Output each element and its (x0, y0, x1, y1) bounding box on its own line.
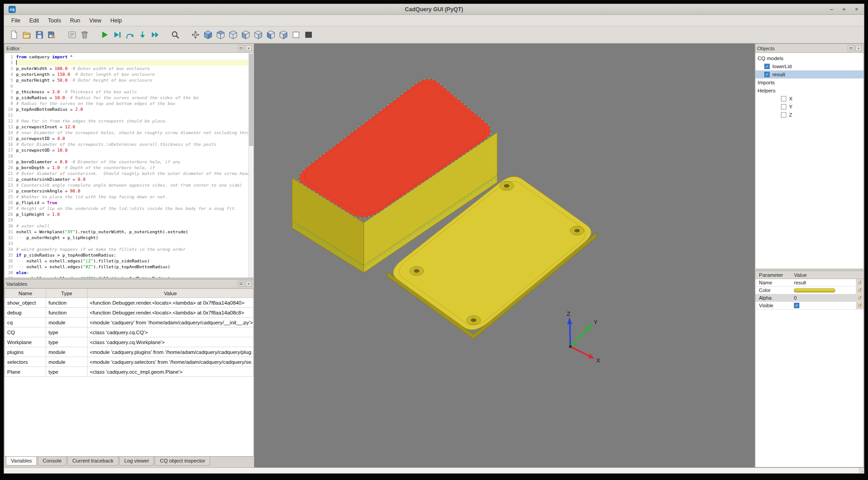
variable-row[interactable]: debugfunction<function Debugger.render.<… (5, 308, 254, 318)
code-line[interactable]: 7p_thickness = 3.0··# Thickness of the b… (4, 89, 254, 95)
column-header-value[interactable]: Value (88, 289, 254, 298)
minimize-button[interactable]: – (829, 6, 834, 13)
param-row-color[interactable]: Color ↺ (755, 287, 864, 294)
code-line[interactable]: 3p_outerWidth = 100.0··# Outer width of … (4, 65, 254, 71)
close-panel-button[interactable]: × (245, 281, 252, 287)
code-line[interactable]: 28p_lipHeight = 1.0 (4, 211, 254, 217)
step-button[interactable] (123, 29, 136, 41)
editor-scrollbar-thumb[interactable] (249, 54, 253, 146)
column-header-type[interactable]: Type (46, 289, 88, 298)
code-line[interactable]: 36····oshell = oshell.edges("|Z").fillet… (4, 258, 254, 264)
variable-row[interactable]: cqmodule<module 'cadquery' from '/home/a… (5, 318, 254, 327)
code-editor[interactable]: 1from cadquery import *23p_outerWidth = … (4, 53, 254, 278)
color-swatch[interactable] (794, 288, 835, 292)
variable-row[interactable]: CQtype<class 'cadquery.cq.CQ'> (5, 327, 254, 337)
tree-item-lowerlid[interactable]: lowerLid (755, 62, 864, 70)
param-row-visible[interactable]: Visible ↺ (755, 302, 864, 310)
code-line[interactable]: 34# weird geometry happens if we make th… (4, 246, 254, 252)
y-axis-checkbox[interactable] (781, 104, 786, 109)
bottom-view-button[interactable] (227, 29, 239, 41)
save-button[interactable] (33, 29, 45, 41)
front-view-button[interactable] (239, 29, 252, 41)
code-line[interactable]: 37····oshell = oshell.edges("#Z").fillet… (4, 264, 254, 270)
name-value[interactable]: result (794, 280, 856, 285)
close-panel-button[interactable]: × (855, 45, 862, 51)
right-view-button[interactable] (277, 29, 289, 41)
maximize-button[interactable]: + (841, 6, 847, 13)
code-line[interactable]: 18 (4, 153, 254, 159)
variable-row[interactable]: show_objectfunction<function Debugger.re… (5, 298, 254, 308)
variable-row[interactable]: pluginsmodule<module 'cadquery.plugins' … (5, 347, 254, 357)
tree-item-z[interactable]: Z (755, 111, 864, 119)
code-line[interactable]: 33 (4, 240, 254, 246)
code-line[interactable]: 12# How far in from the edges the screwp… (4, 118, 254, 124)
result-visibility-checkbox[interactable] (764, 72, 770, 77)
x-axis-checkbox[interactable] (781, 96, 786, 101)
code-line[interactable]: 2 (4, 60, 254, 65)
tab-console[interactable]: Console (38, 457, 66, 466)
code-line[interactable]: 22p_countersinkDiameter = 0.0 (4, 176, 254, 182)
float-panel-button[interactable] (238, 45, 244, 51)
code-line[interactable]: 14# nner Diameter of the screwpost holes… (4, 130, 254, 135)
code-line[interactable]: 4p_outerLength = 150.0··# Outer length o… (4, 71, 254, 77)
column-header-value[interactable]: Value (794, 272, 807, 278)
param-row-alpha[interactable]: Alpha 0 ↺ (755, 294, 864, 302)
float-panel-button[interactable] (848, 45, 854, 51)
resize-grip[interactable] (859, 468, 864, 473)
param-row-name[interactable]: Name result ↺ (755, 279, 864, 287)
variable-row[interactable]: selectorsmodule<module 'cadquery.selecto… (5, 357, 254, 367)
tree-group-helpers[interactable]: Helpers (755, 87, 864, 95)
tree-item-result[interactable]: result (755, 70, 864, 79)
menu-view[interactable]: View (85, 16, 106, 26)
code-line[interactable]: 10p_topAndBottomRadius = 2.0 (4, 106, 254, 112)
code-line[interactable]: 39····oshell = oshell.edges("#Z").fillet… (4, 275, 254, 278)
menu-tools[interactable]: Tools (44, 16, 66, 26)
close-button[interactable]: × (854, 6, 859, 13)
code-line[interactable]: 6 (4, 83, 254, 89)
code-line[interactable]: 23# Countersink angle (complete angle be… (4, 182, 254, 188)
render-button[interactable] (98, 29, 111, 41)
code-line[interactable]: 17p_screwpostOD = 10.0 (4, 147, 254, 153)
tab-variables[interactable]: Variables (6, 457, 37, 466)
float-panel-button[interactable] (238, 281, 244, 287)
variable-row[interactable]: Workplanetype<class 'cadquery.cq.Workpla… (5, 337, 254, 347)
code-line[interactable]: 5p_outerHeight = 50.0··# Outer height of… (4, 77, 254, 83)
zoom-button[interactable] (169, 29, 181, 41)
code-line[interactable]: 19p_boreDiameter = 8.0··# Diameter of th… (4, 159, 254, 165)
wireframe-button[interactable] (289, 29, 302, 41)
editor-scrollbar[interactable] (248, 53, 254, 278)
code-line[interactable]: 21# Outer diameter of countersink. Shoul… (4, 170, 254, 176)
menu-help[interactable]: Help (106, 16, 127, 26)
left-view-button[interactable] (264, 29, 277, 41)
code-line[interactable]: 35if p_sideRadius > p_topAndBottomRadius… (4, 252, 254, 258)
continue-button[interactable] (149, 29, 161, 41)
code-line[interactable]: 24p_countersinkAngle = 90.0 (4, 188, 254, 194)
menu-edit[interactable]: Edit (25, 16, 44, 26)
code-line[interactable]: 20p_boreDepth = 1.0··# Depth of the coun… (4, 165, 254, 170)
tab-cq-object-inspector[interactable]: CQ object inspector (155, 457, 210, 466)
shaded-button[interactable] (302, 29, 315, 41)
code-line[interactable]: 30# outer shell (4, 223, 254, 229)
debug-button[interactable] (111, 29, 123, 41)
step-into-button[interactable] (136, 29, 149, 41)
code-line[interactable]: 38else: (4, 270, 254, 275)
fit-all-button[interactable] (189, 29, 202, 41)
reset-icon[interactable]: ↺ (856, 279, 864, 286)
menu-file[interactable]: File (7, 16, 25, 26)
variable-row[interactable]: Planetype<class 'cadquery.occ_impl.geom.… (5, 367, 254, 377)
new-file-button[interactable] (8, 29, 20, 41)
code-line[interactable]: 26p_flipLid = True (4, 200, 254, 205)
reset-icon[interactable]: ↺ (856, 294, 864, 301)
alpha-value[interactable]: 0 (794, 295, 856, 301)
tab-current-traceback[interactable]: Current traceback (67, 457, 118, 466)
code-line[interactable]: 15p_screwpostID = 4.0 (4, 135, 254, 141)
tab-log-viewer[interactable]: Log viewer (119, 457, 154, 466)
code-line[interactable]: 25# Whether to place the lid with the to… (4, 194, 254, 200)
column-header-parameter[interactable]: Parameter (755, 272, 794, 278)
code-line[interactable]: 27# Height of lip on the underside of th… (4, 205, 254, 211)
visible-checkbox[interactable] (794, 303, 799, 308)
column-header-name[interactable]: Name (5, 289, 46, 298)
viewport-3d[interactable]: Z Y X (254, 44, 755, 467)
open-file-button[interactable] (20, 29, 33, 41)
top-view-button[interactable] (214, 29, 227, 41)
